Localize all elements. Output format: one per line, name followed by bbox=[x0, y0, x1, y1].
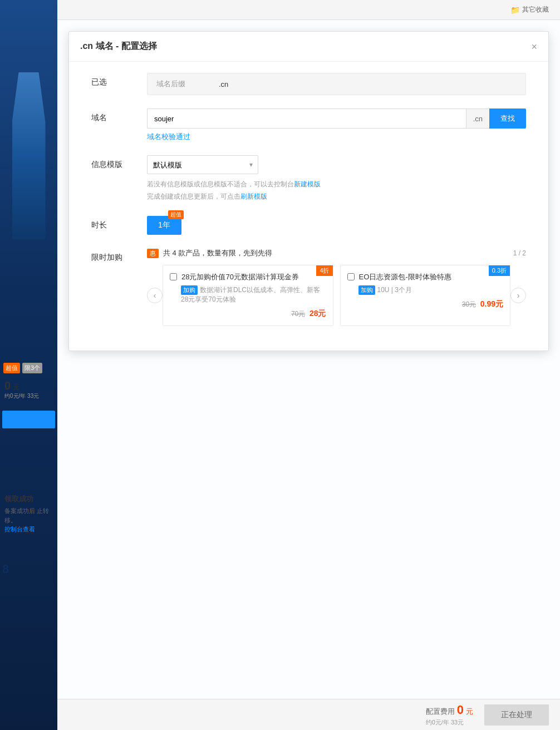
domain-suffix: .cn bbox=[466, 108, 489, 129]
favorites-link[interactable]: 📁 其它收藏 bbox=[510, 5, 549, 14]
product-price-2: 30元 0.99元 bbox=[347, 299, 504, 309]
price-original-1: 70元 bbox=[291, 310, 305, 318]
cost-value: 0 bbox=[457, 703, 464, 717]
limited-purchase-row: 限时加购 惠 共 4 款产品，数量有限，先到先得 1 / 2 ‹ 4折 bbox=[91, 248, 526, 326]
product-checkbox-2[interactable] bbox=[347, 273, 355, 280]
left-action-button[interactable] bbox=[2, 411, 55, 428]
prev-product-button[interactable]: ‹ bbox=[147, 288, 163, 303]
duration-content: 超值 1年 bbox=[147, 216, 526, 235]
product-card-1: 4折 28元加购价值70元数据湖计算现金券 加购数据湖计算DLC以低成本、高弹性… bbox=[163, 265, 333, 326]
domain-search-button[interactable]: 查找 bbox=[489, 108, 526, 129]
product-desc-2: 加购10U | 3个月 bbox=[358, 285, 504, 295]
processing-button: 正在处理 bbox=[484, 704, 549, 726]
product-desc-1: 加购数据湖计算DLC以低成本、高弹性、新客28元享受70元体验 bbox=[181, 285, 326, 304]
top-bar: 📁 其它收藏 bbox=[57, 0, 560, 20]
product-tag-2: 加购 bbox=[358, 285, 375, 295]
sidebar-tower-graphic bbox=[0, 45, 57, 267]
success-desc: 备案成功后 止转移。 bbox=[4, 506, 53, 525]
limited-content: 惠 共 4 款产品，数量有限，先到先得 1 / 2 ‹ 4折 bbox=[147, 248, 526, 326]
super-value-badge: 超值 bbox=[3, 363, 20, 373]
super-value-badge-duration: 超值 bbox=[168, 210, 184, 219]
field-value: .cn bbox=[219, 80, 228, 88]
product-checkbox-row-2: EO日志资源包-限时体验特惠 bbox=[347, 272, 504, 282]
domain-input[interactable] bbox=[147, 108, 466, 129]
product-checkbox-row-1: 28元加购价值70元数据湖计算现金券 bbox=[170, 272, 326, 282]
next-product-button[interactable]: › bbox=[510, 288, 526, 303]
folder-icon: 📁 bbox=[510, 6, 520, 14]
bottom-bar: 配置费用 0 元 约0元/年 33元 正在处理 bbox=[57, 699, 560, 730]
modal-header: .cn 域名 - 配置选择 × bbox=[69, 32, 548, 62]
info-template-select[interactable]: 默认模版 bbox=[147, 155, 258, 174]
limited-page: 1 / 2 bbox=[513, 249, 526, 257]
products-container: ‹ 4折 28元加购价值70元数据湖计算现金券 加购数据湖计算DLC以 bbox=[147, 265, 526, 326]
product-badge-2: 0.3折 bbox=[489, 265, 510, 276]
limit-badge: 限3个 bbox=[22, 363, 42, 373]
duration-row: 时长 超值 1年 bbox=[91, 216, 526, 235]
modal-title: .cn 域名 - 配置选择 bbox=[80, 41, 157, 52]
field-label: 域名后缀 bbox=[156, 79, 185, 89]
favorites-label[interactable]: 其它收藏 bbox=[522, 5, 549, 14]
price-current-1: 28元 bbox=[310, 309, 326, 318]
limited-text: 共 4 款产品，数量有限，先到先得 bbox=[163, 248, 272, 258]
cost-label: 配置费用 bbox=[426, 707, 455, 717]
price-original-2: 30元 bbox=[462, 300, 476, 308]
limited-header: 惠 共 4 款产品，数量有限，先到先得 1 / 2 bbox=[147, 248, 526, 258]
info-template-row: 信息模版 默认模版 若没有信息模版或信息模版不适合，可以去控制台新建模版 完成创… bbox=[91, 155, 526, 203]
domain-content: .cn 查找 域名校验通过 bbox=[147, 108, 526, 142]
domain-label: 域名 bbox=[91, 108, 147, 123]
product-name-2: EO日志资源包-限时体验特惠 bbox=[359, 272, 451, 282]
left-price-unit: 元 bbox=[13, 383, 19, 391]
tower-illustration bbox=[12, 72, 46, 239]
selected-field: 域名后缀 .cn bbox=[147, 73, 526, 95]
product-card-2: 0.3折 EO日志资源包-限时体验特惠 加购10U | 3个月 30元 bbox=[340, 265, 511, 326]
refresh-template-link[interactable]: 刷新模版 bbox=[240, 193, 267, 200]
close-button[interactable]: × bbox=[531, 42, 537, 52]
left-price-value: 0 bbox=[4, 379, 11, 392]
selected-content: 域名后缀 .cn bbox=[147, 73, 526, 95]
product-tag-1: 加购 bbox=[181, 285, 198, 295]
product-badge-1: 4折 bbox=[316, 265, 332, 276]
left-badge-row: 超值 限3个 bbox=[0, 361, 57, 376]
domain-input-row: .cn 查找 bbox=[147, 108, 526, 129]
hint-text2: 完成创建或信息更新后，可点击 bbox=[147, 193, 240, 200]
success-title: 领取成功 bbox=[4, 494, 53, 504]
selected-row: 已选 域名后缀 .cn bbox=[91, 73, 526, 95]
product-name-1: 28元加购价值70元数据湖计算现金券 bbox=[181, 272, 299, 282]
page-number: 8 bbox=[0, 562, 9, 576]
info-content: 默认模版 若没有信息模版或信息模版不适合，可以去控制台新建模版 完成创建或信息更… bbox=[147, 155, 526, 203]
left-price-sub: 约0元/年 33元 bbox=[4, 392, 53, 400]
domain-validate-text: 域名校验通过 bbox=[147, 132, 526, 142]
limited-badge: 惠 bbox=[147, 249, 159, 258]
selected-label: 已选 bbox=[91, 73, 147, 87]
info-select-wrapper: 默认模版 bbox=[147, 155, 258, 174]
success-section: 领取成功 备案成功后 止转移。 控制台查看 bbox=[0, 490, 57, 538]
cost-unit: 元 bbox=[466, 707, 473, 717]
modal-overlay: .cn 域名 - 配置选择 × 已选 域名后缀 .cn 域名 bbox=[57, 20, 560, 730]
modal-dialog: .cn 域名 - 配置选择 × 已选 域名后缀 .cn 域名 bbox=[68, 31, 549, 351]
products-slider: 4折 28元加购价值70元数据湖计算现金券 加购数据湖计算DLC以低成本、高弹性… bbox=[163, 265, 510, 326]
product-price-1: 70元 28元 bbox=[170, 309, 326, 319]
duration-1year-label: 1年 bbox=[158, 220, 170, 229]
success-desc1: 备案成功后 bbox=[4, 507, 35, 514]
price-current-2: 0.99元 bbox=[480, 299, 503, 308]
console-link[interactable]: 控制台查看 bbox=[4, 526, 35, 532]
limited-label: 限时加购 bbox=[91, 248, 147, 263]
product-checkbox-1[interactable] bbox=[170, 273, 177, 280]
duration-label: 时长 bbox=[91, 216, 147, 230]
duration-1year-button[interactable]: 超值 1年 bbox=[147, 216, 181, 235]
modal-body: 已选 域名后缀 .cn 域名 .cn 查找 域名校验通过 bbox=[69, 62, 548, 351]
cost-sub: 约0元/年 33元 bbox=[426, 718, 473, 727]
left-price-block: 0 元 约0元/年 33元 bbox=[0, 377, 57, 402]
info-hint: 若没有信息模版或信息模版不适合，可以去控制台新建模版 完成创建或信息更新后，可点… bbox=[147, 179, 526, 203]
info-label: 信息模版 bbox=[91, 155, 147, 170]
new-template-link[interactable]: 新建模版 bbox=[294, 180, 321, 188]
cost-section: 配置费用 0 元 约0元/年 33元 bbox=[426, 703, 473, 727]
domain-row: 域名 .cn 查找 域名校验通过 bbox=[91, 108, 526, 142]
hint-text1: 若没有信息模版或信息模版不适合，可以去控制台 bbox=[147, 180, 294, 188]
